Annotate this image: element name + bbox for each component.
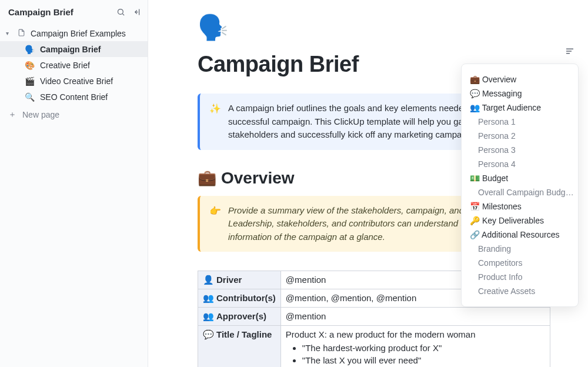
toc-item[interactable]: 🔗 Additional Resources	[470, 228, 574, 242]
toc-item[interactable]: 💬 Messaging	[470, 86, 574, 101]
toc-item[interactable]: 👥 Target Audience	[470, 101, 574, 115]
page-emoji-icon: 🎬	[25, 76, 35, 86]
page-emoji-icon: 🗣️	[25, 45, 35, 54]
toc-subitem[interactable]: Creative Assets	[470, 284, 574, 298]
overview-heading-text: Overview	[221, 169, 295, 188]
sidebar-item-label: SEO Content Brief	[40, 92, 108, 102]
toc-subitem[interactable]: Persona 2	[470, 129, 574, 143]
page-emoji-icon: 🎨	[25, 61, 35, 70]
new-page-label: New page	[22, 110, 59, 119]
toc-panel: 💼 Overview💬 Messaging👥 Target AudiencePe…	[461, 64, 579, 307]
tree-parent-label: Campaign Brief Examples	[31, 29, 126, 38]
svg-point-0	[118, 9, 123, 15]
sidebar-item-label: Creative Brief	[40, 61, 90, 70]
briefcase-icon: 💼	[198, 169, 216, 187]
toc-subitem[interactable]: Product Info	[470, 270, 574, 284]
table-row[interactable]: 💬Title / TaglineProduct X: a new product…	[198, 326, 550, 368]
table-header-cell: 👤Driver	[198, 271, 281, 289]
list-item: "The hardest-working product for X"	[302, 342, 545, 354]
sidebar-actions	[116, 8, 142, 17]
table-header-cell: 👥Contributor(s)	[198, 289, 281, 308]
sidebar-header: Campaign Brief	[0, 5, 148, 23]
sparkles-icon: ✨	[209, 102, 221, 142]
page-icon	[18, 29, 26, 38]
toc-item[interactable]: 📅 Milestones	[470, 199, 574, 213]
toc-subitem[interactable]: Persona 3	[470, 143, 574, 157]
list-item: "The last X you will ever need"	[302, 354, 545, 366]
svg-line-1	[122, 14, 124, 15]
point-right-icon: 👉	[209, 204, 221, 244]
table-value-cell[interactable]: Product X: a new product for the modern …	[280, 326, 550, 368]
table-header-cell: 💬Title / Tagline	[198, 326, 281, 368]
plus-icon: ＋	[8, 109, 16, 120]
cell-text: @mention	[286, 311, 326, 321]
search-icon[interactable]	[116, 8, 125, 17]
cell-text: Product X: a new product for the modern …	[286, 329, 476, 339]
table-row[interactable]: 👥Approver(s)@mention	[198, 308, 550, 326]
toc-subitem[interactable]: Competitors	[470, 256, 574, 270]
sidebar-item[interactable]: 🎨Creative Brief	[0, 57, 148, 73]
sidebar: Campaign Brief ▾ Campaign Brief Examples…	[0, 0, 148, 367]
sidebar-item-label: Campaign Brief	[40, 45, 101, 54]
workspace-title: Campaign Brief	[8, 7, 74, 17]
toc-item[interactable]: 💵 Budget	[470, 171, 574, 185]
toc-item[interactable]: 🔑 Key Deliverables	[470, 213, 574, 228]
toc-subitem[interactable]: Branding	[470, 242, 574, 256]
page-emoji-icon: 🔍	[25, 92, 35, 102]
page-tree: ▾ Campaign Brief Examples 🗣️Campaign Bri…	[0, 23, 148, 105]
table-value-cell[interactable]: @mention	[280, 308, 550, 326]
sidebar-item[interactable]: 🎬Video Creative Brief	[0, 73, 148, 89]
cell-text: @mention, @mention, @mention	[286, 293, 416, 303]
sidebar-item-label: Video Creative Brief	[40, 76, 113, 86]
chevron-down-icon[interactable]: ▾	[6, 30, 13, 36]
cell-text: @mention	[286, 275, 326, 285]
toc-subitem[interactable]: Persona 1	[470, 115, 574, 129]
page-icon[interactable]: 🗣️	[198, 15, 554, 40]
toc-subitem[interactable]: Overall Campaign Budget: $3,…	[470, 185, 574, 199]
sidebar-item[interactable]: 🗣️Campaign Brief	[0, 41, 148, 57]
table-header-cell: 👥Approver(s)	[198, 308, 281, 326]
toc-subitem[interactable]: Persona 4	[470, 157, 574, 171]
collapse-sidebar-icon[interactable]	[132, 8, 142, 17]
toc-toggle-icon[interactable]	[564, 46, 575, 58]
toc-item[interactable]: 💼 Overview	[470, 72, 574, 86]
tree-parent[interactable]: ▾ Campaign Brief Examples	[0, 25, 148, 41]
new-page-button[interactable]: ＋ New page	[0, 105, 148, 120]
sidebar-item[interactable]: 🔍SEO Content Brief	[0, 89, 148, 105]
